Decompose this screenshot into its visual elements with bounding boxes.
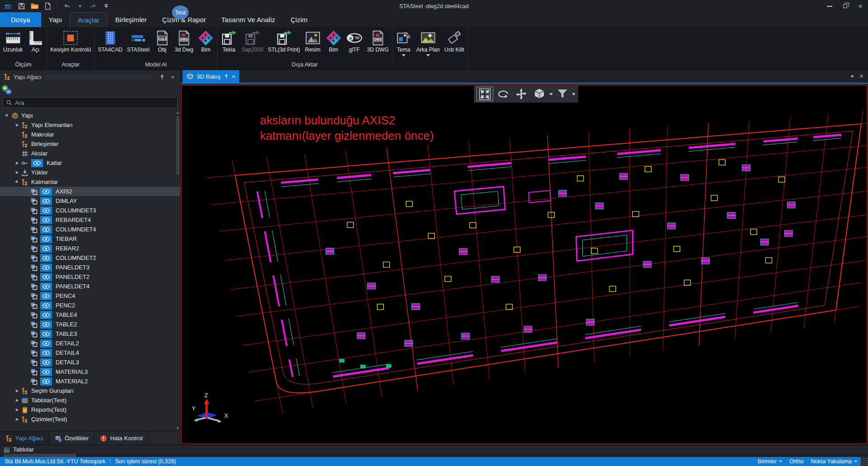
panel-tab-hata-kontrol[interactable]: Hata Kontrol [94, 432, 148, 445]
cad-canvas[interactable]: aksların bulunduğu AXIS2 katmanı(layer g… [181, 85, 868, 445]
redo-button[interactable] [89, 2, 98, 11]
ribbon-button-usb-kilit[interactable]: Usb Kilit [442, 29, 467, 61]
scroll-down-icon[interactable] [176, 427, 179, 429]
tree-item-table2[interactable]: TABLE2 [0, 320, 180, 329]
dropdown-caret-icon[interactable] [572, 93, 576, 95]
search-input[interactable] [15, 99, 175, 106]
ribbon-button-a[interactable]: Açı [25, 29, 46, 61]
minimize-button[interactable] [822, 0, 837, 12]
tables-panel-bar[interactable]: Tablolar [0, 445, 868, 454]
visibility-eye-toggle[interactable] [40, 292, 52, 300]
expander-closed-icon[interactable]: ▶ [14, 161, 21, 165]
expander-open-icon[interactable]: ▶ [13, 178, 21, 186]
new-file-button[interactable] [43, 2, 52, 11]
tree-item-table4[interactable]: TABLE4 [0, 310, 180, 320]
undo-button[interactable] [62, 2, 71, 11]
ribbon-button-sta4cad[interactable]: STA4CAD [95, 29, 124, 61]
ribbon-tab-yap[interactable]: Yapı [41, 12, 70, 27]
tree-item-tablolar-test[interactable]: ▶Tablolar(Test) [0, 395, 180, 405]
tree-item-yap-elemanlar[interactable]: ▶Yapı Elemanları [0, 120, 180, 130]
expander-closed-icon[interactable]: ▶ [14, 408, 21, 412]
tree-item-rebardet4[interactable]: REBARDET4 [0, 215, 180, 225]
ribbon-tab-dosya[interactable]: Dosya [0, 12, 41, 27]
tree-item-akslar[interactable]: Akslar [0, 149, 180, 158]
tree-item-material2[interactable]: MATERIAL2 [0, 377, 180, 386]
close-icon[interactable]: × [232, 73, 236, 80]
tab-3d-view[interactable]: 3D Bakış × [183, 70, 239, 83]
customize-caret-button[interactable] [102, 2, 111, 11]
visibility-eye-toggle[interactable] [40, 330, 52, 338]
close-panel-icon[interactable]: × [169, 73, 177, 81]
panel-tab-zellikler[interactable]: Özellikler [49, 432, 94, 445]
tree-item-paneldet3[interactable]: PANELDET3 [0, 263, 180, 272]
tree-item-dimlay[interactable]: DIMLAY [0, 196, 180, 206]
tree-item-table3[interactable]: TABLE3 [0, 329, 180, 339]
resize-grip[interactable] [861, 457, 868, 466]
tree-item-detail3[interactable]: DETAIL3 [0, 358, 180, 367]
ribbon-button-sap2000[interactable]: Sap2000 [239, 29, 265, 61]
tree-item-detail2[interactable]: DETAIL2 [0, 339, 180, 348]
visibility-eye-toggle[interactable] [40, 349, 52, 357]
visibility-eye-toggle[interactable] [40, 235, 52, 243]
ribbon-button-tekla[interactable]: Tekla [218, 29, 239, 61]
visibility-eye-toggle[interactable] [40, 311, 52, 319]
status-ortho[interactable]: Ortho [789, 458, 803, 465]
ribbon-tab-izim[interactable]: Çizim [283, 12, 316, 27]
visibility-eye-toggle[interactable] [40, 207, 52, 215]
visibility-eye-toggle[interactable] [40, 226, 52, 234]
tree-item-detail4[interactable]: DETAIL4 [0, 348, 180, 358]
tree-scrollbar[interactable] [176, 112, 180, 429]
visibility-eye-toggle[interactable] [40, 339, 52, 348]
tree-item-se-im-guruplar[interactable]: ▶Seçim Gurupları [0, 386, 180, 395]
visibility-eye-toggle[interactable] [40, 377, 52, 386]
ribbon-button-arka-plan[interactable]: Arka Plan [414, 29, 442, 61]
filter-button[interactable] [555, 87, 570, 101]
tree-item-y-kler[interactable]: ▶Yükler [0, 168, 180, 177]
visibility-eye-toggle[interactable] [40, 254, 52, 262]
panel-drag-area[interactable] [46, 75, 153, 79]
ribbon-button-gltf[interactable]: glTFglTF [344, 29, 365, 61]
status-nokta-yakalama[interactable]: Nokta Yakalama [811, 458, 857, 465]
add-remove-icon[interactable] [0, 84, 15, 96]
ribbon-tab-ara-lar[interactable]: Araçlar [70, 12, 108, 27]
pin-icon[interactable] [158, 73, 166, 81]
tree-item-tiebar[interactable]: TIEBAR [0, 234, 180, 244]
close-button[interactable]: × [853, 0, 868, 12]
visibility-eye-toggle[interactable] [40, 368, 52, 376]
ribbon-tab-izim-rapor[interactable]: TestÇizim & Rapor [155, 12, 214, 27]
tree-item-katmanlar[interactable]: ▶Katmanlar [0, 177, 180, 187]
scroll-up-icon[interactable] [176, 112, 179, 114]
tree-item-columndet2[interactable]: COLUMNDET2 [0, 253, 180, 263]
visibility-eye-toggle[interactable] [40, 245, 52, 253]
expander-closed-icon[interactable]: ▶ [14, 123, 21, 127]
ribbon-button-stasteel[interactable]: STASteel [125, 29, 152, 61]
visibility-eye-toggle[interactable] [40, 282, 52, 291]
pan-button[interactable] [513, 87, 529, 101]
save-button[interactable] [17, 2, 26, 11]
ribbon-button-obj[interactable]: OBJObj [152, 29, 173, 61]
open-folder-button[interactable] [30, 2, 39, 11]
visibility-eye-toggle[interactable] [40, 301, 52, 310]
visibility-eye-toggle[interactable] [40, 358, 52, 367]
dropdown-caret-icon[interactable] [549, 93, 553, 95]
close-document-icon[interactable]: × [859, 72, 863, 80]
tree-item-penc2[interactable]: PENC2 [0, 301, 180, 310]
pin-icon[interactable] [224, 74, 229, 79]
tree-item-izimler-test[interactable]: ▶Çizimler(Test) [0, 414, 180, 424]
panel-stub[interactable] [4, 454, 76, 457]
restore-button[interactable] [837, 0, 853, 12]
expander-closed-icon[interactable]: ▶ [14, 398, 21, 402]
tree-item-axis2[interactable]: AXIS2 [0, 187, 180, 196]
ribbon-button-tema[interactable]: Tema [393, 29, 414, 61]
visibility-eye-toggle[interactable] [40, 264, 52, 272]
visibility-eye-toggle[interactable] [40, 273, 52, 281]
tree-item-paneldet4[interactable]: PANELDET4 [0, 282, 180, 291]
tree-item-yap[interactable]: ▶Yapı [0, 111, 180, 120]
ribbon-button-3d-dwg[interactable]: DWG3D DWG [365, 29, 391, 61]
visibility-eye-toggle[interactable] [40, 320, 52, 329]
caret-button[interactable] [75, 2, 85, 11]
zoom-extents-button[interactable] [476, 87, 493, 101]
tree-item-columndet3[interactable]: COLUMNDET3 [0, 206, 180, 215]
ribbon-button-stl-3d-print[interactable]: STL(3d Print) [265, 29, 302, 61]
tree-item-material3[interactable]: MATERIAL3 [0, 367, 180, 377]
